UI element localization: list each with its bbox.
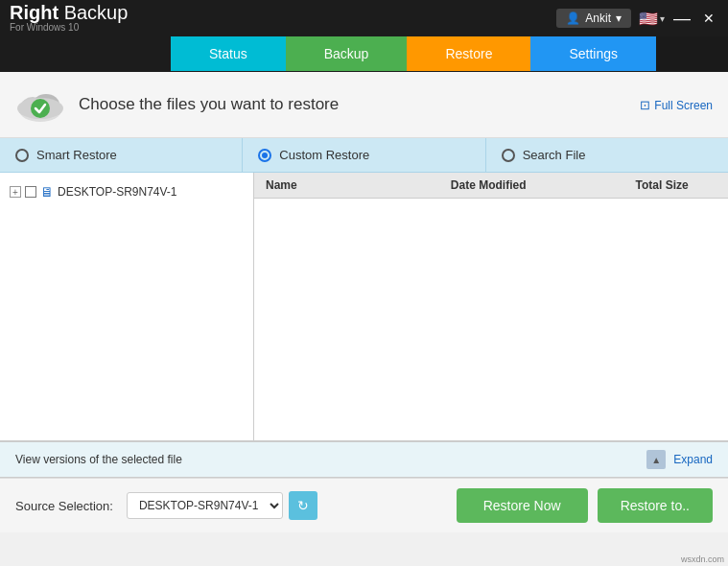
nav-tabs: Status Backup Restore Settings (0, 36, 728, 71)
full-screen-link[interactable]: ⊡ Full Screen (640, 98, 713, 112)
tree-expand-btn[interactable]: + (10, 186, 21, 198)
bottom-bar: Source Selection: DESKTOP-SR9N74V-1 ↻ Re… (0, 478, 728, 532)
tree-item-label: DESKTOP-SR9N74V-1 (58, 185, 177, 199)
col-header-date: Date Modified (439, 178, 624, 192)
file-list-content (254, 199, 728, 440)
tree-checkbox[interactable] (25, 186, 36, 198)
language-button[interactable]: 🇺🇸 ▾ (639, 10, 665, 28)
source-selection-area: DESKTOP-SR9N74V-1 ↻ (127, 491, 317, 520)
close-button[interactable]: ✕ (699, 9, 718, 28)
action-buttons: Restore Now Restore to.. (457, 488, 713, 523)
tab-status[interactable]: Status (171, 36, 286, 71)
refresh-icon: ↻ (297, 498, 309, 513)
source-select[interactable]: DESKTOP-SR9N74V-1 (127, 492, 283, 519)
tab-backup[interactable]: Backup (286, 36, 408, 71)
user-button[interactable]: 👤 Ankit ▾ (556, 9, 631, 28)
versions-chevron-icon[interactable]: ▲ (646, 450, 666, 469)
col-header-name: Name (254, 178, 439, 192)
watermark: wsxdn.com (681, 554, 724, 564)
user-name: Ankit (585, 12, 611, 25)
radio-search-label: Search File (523, 148, 586, 162)
window-controls: 👤 Ankit ▾ 🇺🇸 ▾ — ✕ (556, 9, 718, 28)
expand-button[interactable]: Expand (673, 453, 713, 466)
pc-icon: 🖥 (40, 184, 54, 200)
app-title: Right Backup (10, 3, 556, 22)
col-header-size: Total Size (624, 178, 728, 192)
user-dropdown-arrow: ▾ (616, 12, 622, 25)
radio-circle-custom (258, 149, 271, 162)
main-panel: + 🖥 DESKTOP-SR9N74V-1 Name Date Modified… (0, 173, 728, 441)
tab-restore[interactable]: Restore (407, 36, 530, 71)
user-icon: 👤 (566, 12, 580, 25)
app-title-normal: Backup (59, 2, 128, 23)
content-header: Choose the files you want to restore ⊡ F… (0, 72, 728, 138)
app-subtitle: For Windows 10 (10, 22, 556, 34)
radio-circle-search (502, 149, 515, 162)
radio-options-row: Smart Restore Custom Restore Search File (0, 138, 728, 173)
restore-to-button[interactable]: Restore to.. (598, 488, 713, 523)
file-tree-panel[interactable]: + 🖥 DESKTOP-SR9N74V-1 (0, 173, 254, 440)
flag-icon: 🇺🇸 (639, 10, 658, 28)
full-screen-label: Full Screen (654, 98, 713, 111)
radio-smart-label: Smart Restore (36, 148, 117, 162)
radio-smart-restore[interactable]: Smart Restore (0, 138, 243, 172)
title-bar: Right Backup For Windows 10 👤 Ankit ▾ 🇺🇸… (0, 0, 728, 72)
versions-text: View versions of the selected file (15, 453, 182, 466)
content-title: Choose the files you want to restore (79, 95, 339, 114)
app-title-bold: Right (10, 2, 59, 23)
restore-now-button[interactable]: Restore Now (457, 488, 588, 523)
title-row: Right Backup For Windows 10 👤 Ankit ▾ 🇺🇸… (0, 0, 728, 36)
file-list-panel: Name Date Modified Total Size (254, 173, 728, 440)
logo-area: Right Backup For Windows 10 (10, 3, 556, 34)
radio-custom-restore[interactable]: Custom Restore (243, 138, 485, 172)
file-list-header: Name Date Modified Total Size (254, 173, 728, 199)
minimize-button[interactable]: — (672, 9, 692, 28)
radio-circle-smart (15, 149, 29, 162)
tab-settings[interactable]: Settings (530, 36, 656, 71)
source-selection-label: Source Selection: (15, 499, 113, 513)
svg-point-4 (31, 99, 50, 118)
flag-dropdown-arrow: ▾ (660, 13, 665, 24)
full-screen-icon: ⊡ (640, 98, 650, 112)
versions-row: View versions of the selected file ▲ Exp… (0, 441, 728, 478)
cloud-icon (15, 83, 65, 126)
radio-custom-label: Custom Restore (279, 148, 369, 162)
refresh-button[interactable]: ↻ (289, 491, 317, 520)
tree-item-desktop[interactable]: + 🖥 DESKTOP-SR9N74V-1 (4, 180, 249, 203)
versions-right: ▲ Expand (646, 450, 713, 469)
radio-search-file[interactable]: Search File (486, 138, 728, 172)
